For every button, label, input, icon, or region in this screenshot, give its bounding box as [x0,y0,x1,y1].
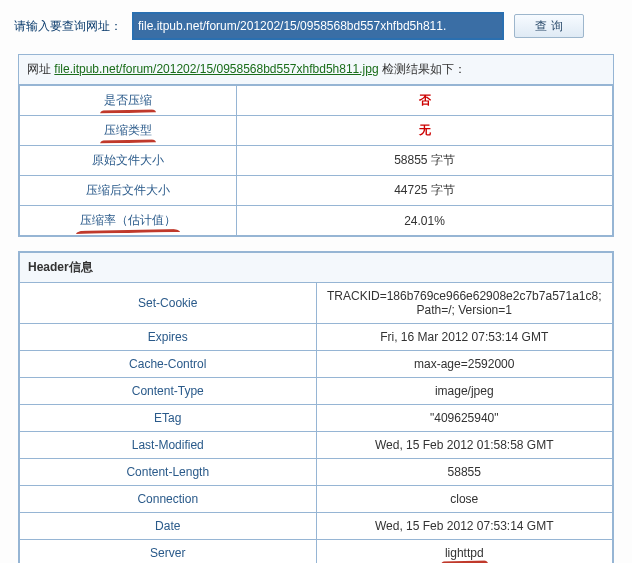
header-value: lighttpd [316,540,613,564]
header-row: Content-Typeimage/jpeg [20,378,613,405]
result-key: 压缩后文件大小 [20,176,237,206]
header-value: close [316,486,613,513]
result-key: 原始文件大小 [20,146,237,176]
header-row: ETag"409625940" [20,405,613,432]
search-label: 请输入要查询网址： [14,18,122,35]
header-row: Serverlighttpd [20,540,613,564]
header-value: 58855 [316,459,613,486]
header-value: Wed, 15 Feb 2012 01:58:58 GMT [316,432,613,459]
search-bar: 请输入要查询网址： 查 询 [8,8,624,50]
result-row: 是否压缩否 [20,86,613,116]
header-value: "409625940" [316,405,613,432]
result-value: 24.01% [237,206,613,236]
result-table: 是否压缩否压缩类型无原始文件大小58855 字节压缩后文件大小44725 字节压… [19,85,613,236]
header-row: ExpiresFri, 16 Mar 2012 07:53:14 GMT [20,324,613,351]
result-key: 压缩类型 [20,116,237,146]
result-key: 压缩率（估计值） [20,206,237,236]
header-key: Server [20,540,317,564]
header-key: Date [20,513,317,540]
header-value: Fri, 16 Mar 2012 07:53:14 GMT [316,324,613,351]
header-key: Set-Cookie [20,283,317,324]
header-info-panel: Header信息 Set-CookieTRACKID=186b769ce966e… [18,251,614,563]
result-value: 无 [237,116,613,146]
result-row: 原始文件大小58855 字节 [20,146,613,176]
query-button[interactable]: 查 询 [514,14,584,38]
header-row: Last-ModifiedWed, 15 Feb 2012 01:58:58 G… [20,432,613,459]
header-row: DateWed, 15 Feb 2012 07:53:14 GMT [20,513,613,540]
result-header: 网址 file.itpub.net/forum/201202/15/095856… [19,55,613,85]
result-header-suffix: 检测结果如下： [382,62,466,76]
header-key: Content-Type [20,378,317,405]
header-key: Cache-Control [20,351,317,378]
result-panel: 网址 file.itpub.net/forum/201202/15/095856… [18,54,614,237]
result-row: 压缩率（估计值）24.01% [20,206,613,236]
header-value: image/jpeg [316,378,613,405]
header-row: Cache-Controlmax-age=2592000 [20,351,613,378]
header-row: Set-CookieTRACKID=186b769ce966e62908e2c7… [20,283,613,324]
result-key: 是否压缩 [20,86,237,116]
result-row: 压缩类型无 [20,116,613,146]
result-row: 压缩后文件大小44725 字节 [20,176,613,206]
result-value: 44725 字节 [237,176,613,206]
url-input[interactable] [132,12,504,40]
header-row: Connectionclose [20,486,613,513]
header-key: Expires [20,324,317,351]
header-value: TRACKID=186b769ce966e62908e2c7b7a571a1c8… [316,283,613,324]
header-row: Content-Length58855 [20,459,613,486]
result-header-link[interactable]: file.itpub.net/forum/201202/15/0958568bd… [54,62,378,76]
result-value: 否 [237,86,613,116]
result-header-prefix: 网址 [27,62,54,76]
header-table: Header信息 Set-CookieTRACKID=186b769ce966e… [19,252,613,563]
header-table-title: Header信息 [20,253,613,283]
header-value: max-age=2592000 [316,351,613,378]
header-key: ETag [20,405,317,432]
header-key: Last-Modified [20,432,317,459]
header-key: Connection [20,486,317,513]
header-value: Wed, 15 Feb 2012 07:53:14 GMT [316,513,613,540]
header-key: Content-Length [20,459,317,486]
result-value: 58855 字节 [237,146,613,176]
